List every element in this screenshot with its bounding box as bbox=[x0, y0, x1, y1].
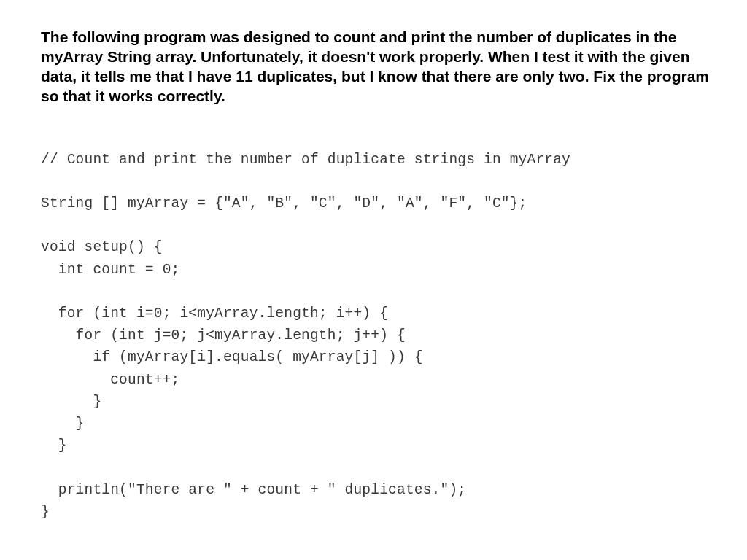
code-block: // Count and print the number of duplica… bbox=[41, 149, 711, 524]
question-prompt: The following program was designed to co… bbox=[41, 28, 711, 106]
